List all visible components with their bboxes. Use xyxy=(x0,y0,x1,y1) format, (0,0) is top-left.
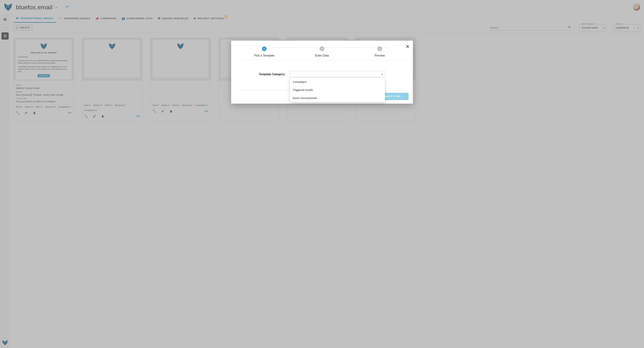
modal-scrim[interactable] xyxy=(0,0,644,14)
